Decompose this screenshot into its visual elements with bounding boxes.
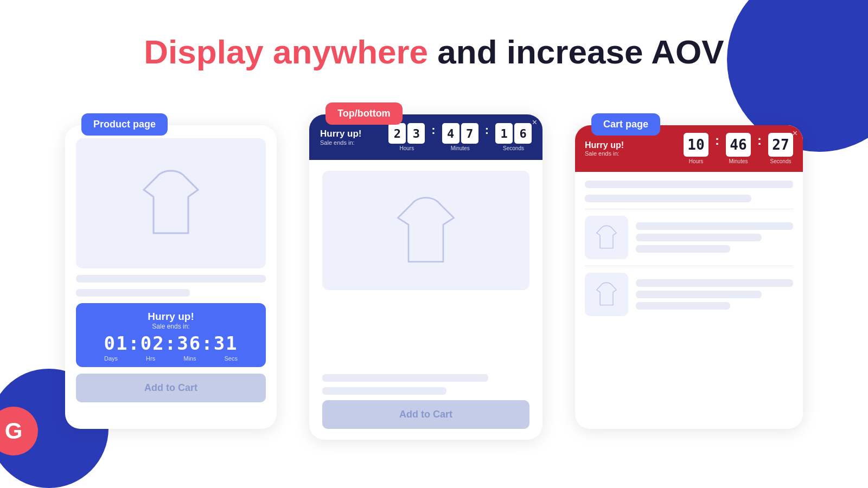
topbottom-minutes-label: Minutes [451,145,470,151]
shirt-icon [127,160,214,247]
topbottom-text-1 [322,374,488,382]
product-text-line-2 [76,289,190,297]
cart-item-row-1 [585,216,793,259]
product-shirt-placeholder [76,138,266,268]
label-mins: Mins [183,355,196,362]
digit-m1: 4 [442,123,459,144]
cart-item-1-line-2 [636,234,762,241]
header-highlight: Display anywhere [144,33,428,70]
topbottom-close-button[interactable]: × [532,118,537,127]
cart-page-card: Hurry up! Sale ends in: 10 Hours : 46 [575,125,803,429]
colon-2: : [485,123,489,137]
topbottom-seconds-section: 1 6 Seconds [495,123,532,151]
topbottom-seconds-label: Seconds [503,145,524,151]
cart-hours-label: Hours [689,158,704,164]
topbottom-shirt-icon [382,187,469,274]
cart-close-button[interactable]: × [793,129,797,138]
cart-item-1-line-1 [636,222,793,230]
topbottom-sale-ends: Sale ends in: [320,139,362,146]
digit-m2: 7 [461,123,478,144]
cart-item-2-line-2 [636,291,762,298]
cart-digit-hours: 10 [684,133,709,157]
product-page-card: Hurry up! Sale ends in: 01:02:36:31 Days… [65,125,277,429]
topbottom-section: Top/bottom Hurry up! Sale ends in: 2 3 [309,114,542,440]
cards-row: Product page Hurry up! Sale ends in: 01:… [65,109,803,440]
product-page-section: Product page Hurry up! Sale ends in: 01:… [65,125,277,429]
product-sale-ends: Sale ends in: [85,323,257,330]
cart-divider-2 [585,266,793,266]
product-countdown-box: Hurry up! Sale ends in: 01:02:36:31 Days… [76,303,266,367]
product-time-labels: Days Hrs Mins Secs [85,355,257,362]
label-hrs: Hrs [146,355,155,362]
digit-s1: 1 [495,123,513,144]
label-secs: Secs [225,355,238,362]
cart-page-section: Cart page Hurry up! Sale ends in: 10 Hou… [575,125,803,429]
topbottom-body: Add to Cart [309,160,542,440]
topbottom-hours-section: 2 3 Hours [388,123,425,151]
digit-h2: 3 [407,123,425,144]
cart-hurry: Hurry up! [585,140,624,150]
cart-digit-seconds: 27 [768,133,793,157]
cart-text-line-2 [585,195,751,202]
topbottom-text-2 [322,387,446,395]
cart-digits-container: 10 Hours : 46 Minutes : 27 S [684,133,793,164]
topbottom-minutes-section: 4 7 Minutes [442,123,478,151]
topbottom-shirt-placeholder [322,171,529,290]
cart-minutes-label: Minutes [729,158,748,164]
colon-1: : [431,123,435,137]
topbottom-add-to-cart-button[interactable]: Add to Cart [322,400,529,429]
cart-shirt-1-icon [591,222,622,253]
page-header: Display anywhere and increase AOV [144,33,724,71]
digit-s2: 6 [514,123,532,144]
cart-item-2-line-1 [636,279,793,287]
product-text-line-1 [76,275,266,282]
cart-item-1-thumb [585,216,628,259]
digit-h1: 2 [388,123,406,144]
cart-item-2-line-3 [636,302,730,310]
product-time-display: 01:02:36:31 [85,332,257,354]
cart-shirt-2-icon [591,279,622,310]
header-normal: and increase AOV [428,33,724,70]
cart-hours-section: 10 Hours [684,133,709,164]
cart-minutes-section: 46 Minutes [726,133,751,164]
cart-colon-1: : [715,133,719,148]
topbottom-card: Hurry up! Sale ends in: 2 3 Hours : [309,114,542,440]
topbottom-digits-container: 2 3 Hours : 4 7 Minutes [388,123,532,151]
product-hurry-text: Hurry up! [85,311,257,323]
cart-colon-2: : [757,133,762,148]
cart-digit-minutes: 46 [726,133,751,157]
cart-text-line-1 [585,181,793,188]
cart-sale-ends: Sale ends in: [585,150,624,157]
topbottom-hours-label: Hours [400,145,414,151]
cart-seconds-section: 27 Seconds [768,133,793,164]
topbottom-hurry: Hurry up! [320,129,362,139]
product-add-to-cart-button[interactable]: Add to Cart [76,374,266,402]
topbottom-bottom-area: Add to Cart [322,374,529,429]
cart-body [575,172,803,429]
label-days: Days [104,355,118,362]
topbottom-tag: Top/bottom [326,102,403,125]
cart-item-row-2 [585,273,793,316]
cart-seconds-label: Seconds [770,158,792,164]
cart-item-1-line-3 [636,245,730,253]
cart-item-2-thumb [585,273,628,316]
cart-divider-1 [585,209,793,209]
cart-page-tag: Cart page [591,113,660,136]
product-page-tag: Product page [81,113,168,136]
